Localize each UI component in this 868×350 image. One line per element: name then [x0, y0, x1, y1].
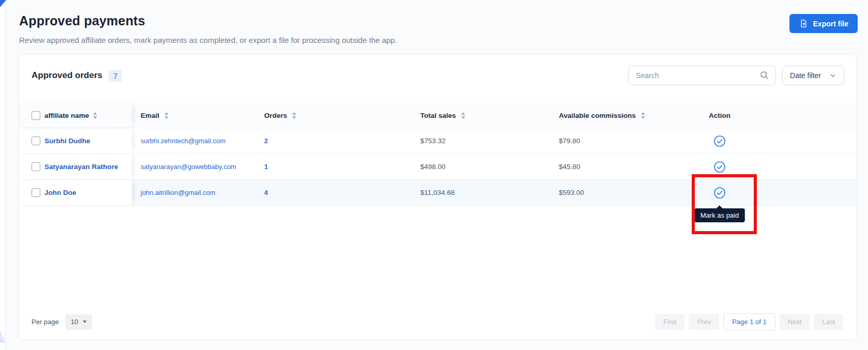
page-header: Approved payments Review approved affili…	[19, 13, 858, 44]
prev-page-button[interactable]: Prev	[689, 314, 719, 330]
card-heading: Approved orders	[32, 70, 102, 81]
commissions-value: $593.00	[556, 189, 685, 196]
page-title: Approved payments	[19, 13, 858, 28]
sort-icon[interactable]	[641, 112, 645, 119]
column-label: Available commissions	[559, 112, 636, 119]
next-page-button[interactable]: Next	[780, 314, 810, 330]
orders-count-badge: 7	[109, 70, 122, 82]
total-sales-value: $753.32	[416, 137, 556, 145]
search-icon	[759, 70, 770, 83]
tooltip-caret	[717, 205, 723, 212]
first-page-button[interactable]: First	[655, 314, 684, 330]
commissions-value: $45.80	[556, 163, 685, 171]
column-label: Orders	[264, 112, 287, 119]
column-label: Total sales	[420, 112, 456, 119]
email-link[interactable]: satyanarayan@gowebbaby.com	[132, 163, 261, 171]
mark-as-paid-button[interactable]	[713, 135, 726, 147]
affiliate-name-link[interactable]: Surbhi Dudhe	[44, 137, 90, 145]
total-sales-value: $11,034.68	[416, 189, 556, 196]
sort-icon[interactable]	[93, 112, 97, 119]
page-indicator: Page 1 of 1	[723, 313, 775, 330]
affiliate-name-cell: John Doe	[19, 180, 132, 205]
row-checkbox[interactable]	[32, 136, 40, 145]
corner-accent-triangle	[0, 330, 5, 343]
mark-as-paid-button[interactable]	[713, 161, 726, 173]
email-link[interactable]: surbhi.zehntech@gmail.com	[132, 137, 261, 145]
affiliate-name-link[interactable]: Satyanarayan Rathore	[44, 163, 118, 171]
email-link[interactable]: john.aitrillion@gmail.com	[132, 189, 261, 196]
export-file-button[interactable]: Export file	[789, 14, 858, 33]
card-header: Approved orders 7 Date filter	[19, 54, 857, 86]
orders-count-link[interactable]: 4	[261, 189, 416, 196]
per-page-label: Per page	[32, 318, 59, 326]
row-checkbox[interactable]	[32, 188, 40, 197]
date-filter-label: Date filter	[790, 71, 821, 80]
chevron-down-icon	[829, 72, 836, 79]
column-label: affiliate name	[44, 112, 89, 119]
approved-orders-card: Approved orders 7 Date filter	[19, 54, 857, 340]
table-row: John Doe john.aitrillion@gmail.com 4 $11…	[19, 180, 857, 206]
approved-orders-table: affiliate name Email Orders Total sales …	[19, 103, 857, 206]
select-all-checkbox[interactable]	[32, 111, 40, 120]
table-header-row: affiliate name Email Orders Total sales …	[19, 103, 857, 128]
mark-as-paid-tooltip: Mark as paid	[694, 208, 745, 222]
last-page-button[interactable]: Last	[814, 314, 843, 330]
table-row: Surbhi Dudhe surbhi.zehntech@gmail.com 2…	[19, 128, 857, 154]
affiliate-name-cell: Surbhi Dudhe	[19, 128, 132, 154]
orders-count-link[interactable]: 2	[261, 137, 416, 145]
column-header-email[interactable]: Email	[132, 112, 261, 119]
sort-icon[interactable]	[164, 112, 169, 119]
column-label: Email	[141, 112, 159, 119]
search-input[interactable]	[628, 66, 776, 85]
sort-icon[interactable]	[292, 112, 296, 119]
tooltip-label: Mark as paid	[701, 211, 739, 219]
sort-icon[interactable]	[461, 112, 465, 119]
caret-down-icon	[83, 321, 87, 323]
table-row: Satyanarayan Rathore satyanarayan@gowebb…	[19, 154, 857, 180]
left-edge-strip	[0, 0, 5, 350]
per-page-value: 10	[71, 318, 78, 326]
per-page-select[interactable]: 10	[66, 314, 92, 330]
affiliate-name-cell: Satyanarayan Rathore	[19, 154, 132, 179]
export-file-label: Export file	[813, 20, 848, 28]
column-header-total-sales[interactable]: Total sales	[416, 112, 556, 119]
mark-as-paid-button[interactable]	[713, 187, 726, 199]
column-label: Action	[709, 112, 730, 119]
affiliate-name-link[interactable]: John Doe	[44, 189, 77, 196]
orders-count-link[interactable]: 1	[261, 163, 416, 171]
total-sales-value: $498.00	[416, 163, 556, 171]
pagination: Per page 10 First Prev Page 1 of 1 Next …	[32, 313, 843, 330]
column-header-action: Action	[685, 112, 754, 119]
corner-triangle	[0, 0, 6, 7]
row-checkbox[interactable]	[32, 162, 40, 171]
date-filter-dropdown[interactable]: Date filter	[782, 66, 844, 85]
column-header-affiliate-name[interactable]: affiliate name	[19, 103, 132, 128]
export-file-icon	[799, 19, 809, 28]
column-header-orders[interactable]: Orders	[261, 112, 416, 119]
page-subtitle: Review approved affiliate orders, mark p…	[19, 36, 858, 44]
commissions-value: $79.80	[556, 137, 685, 145]
column-header-available-commissions[interactable]: Available commissions	[556, 112, 685, 119]
